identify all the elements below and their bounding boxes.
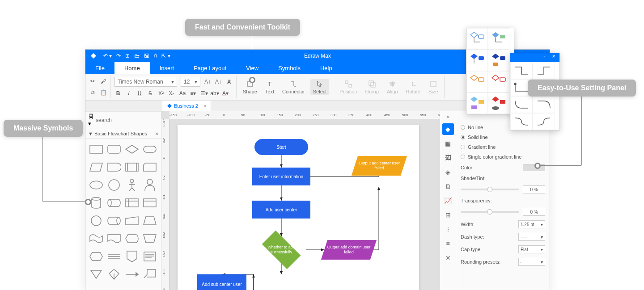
node-out-center[interactable]: Output add center user failed: [355, 156, 404, 176]
save-icon[interactable]: 🖫: [144, 53, 149, 59]
dash-select[interactable]: ──▾: [518, 233, 545, 241]
line-spacing-icon[interactable]: ≡▾: [190, 90, 197, 97]
cap-select[interactable]: Flat▾: [518, 245, 545, 253]
list-icon[interactable]: ☰▾: [200, 90, 208, 97]
shape-preparation[interactable]: [87, 248, 105, 265]
shape-subprocess[interactable]: [123, 158, 141, 176]
rotate-button[interactable]: Rotate: [403, 79, 423, 95]
text-button[interactable]: TText: [263, 79, 277, 95]
drawing-page[interactable]: Start Enter user information Add user ce…: [178, 125, 419, 290]
shape-card[interactable]: [141, 158, 159, 176]
copy-icon[interactable]: ⧉: [89, 89, 96, 96]
expand-rail-icon[interactable]: »: [440, 113, 456, 121]
node-start[interactable]: Start: [254, 139, 308, 155]
shape-cylinder-h[interactable]: [105, 212, 123, 230]
shape-disk[interactable]: [105, 194, 123, 212]
shape-delay[interactable]: [105, 158, 123, 176]
shape-user[interactable]: [141, 176, 159, 194]
shape-extract[interactable]: [105, 265, 123, 283]
font-color-icon[interactable]: A▾: [222, 90, 229, 97]
node-add-center[interactable]: Add user center: [252, 201, 310, 219]
close-section-icon[interactable]: ×: [156, 131, 158, 136]
superscript-icon[interactable]: X²: [157, 90, 165, 97]
decrease-font-icon[interactable]: A↓: [215, 78, 222, 85]
format-painter-icon[interactable]: 🖌: [100, 78, 107, 85]
opt-gradient-line[interactable]: Gradient line: [461, 144, 545, 150]
shape-palette[interactable]: [466, 28, 514, 114]
shape-predef[interactable]: [141, 194, 159, 212]
shape-note[interactable]: [141, 248, 159, 265]
print-icon[interactable]: ⎙: [154, 53, 157, 59]
rail-layers-icon[interactable]: ◈: [442, 166, 454, 178]
node-out-domain[interactable]: Output add domain user failed: [324, 240, 373, 260]
shape-process[interactable]: [87, 140, 105, 158]
rail-grid-icon[interactable]: ▦: [442, 138, 454, 149]
rail-table-icon[interactable]: ⊞: [442, 209, 454, 221]
transparency-slider[interactable]: [461, 211, 519, 213]
rounding-select[interactable]: ⌐▾: [518, 258, 545, 266]
shape-decision[interactable]: [123, 140, 141, 158]
menu-file[interactable]: File: [85, 62, 114, 74]
rail-chart-icon[interactable]: 📈: [442, 195, 454, 206]
font-name-select[interactable]: Times New Roman▾: [114, 77, 177, 87]
highlight-icon[interactable]: ab▾: [211, 90, 218, 97]
shape-manual[interactable]: [123, 212, 141, 230]
node-enter-info[interactable]: Enter user information: [252, 168, 310, 185]
size-button[interactable]: Size: [426, 79, 441, 95]
undo-icon[interactable]: ↶ ▾: [103, 53, 112, 59]
cut-icon[interactable]: ✂: [89, 78, 96, 85]
shape-document[interactable]: [105, 230, 123, 248]
bold-icon[interactable]: B: [114, 90, 122, 97]
rail-distribute-icon[interactable]: ⫶: [442, 223, 454, 235]
node-add-sub[interactable]: Add sub center user: [197, 274, 246, 290]
menu-symbols[interactable]: Symbols: [268, 62, 310, 74]
redo-icon[interactable]: ↷: [116, 53, 121, 59]
paste-icon[interactable]: 📋: [100, 89, 107, 96]
node-decision[interactable]: Whether to add successfully: [257, 236, 306, 263]
increase-font-icon[interactable]: A↑: [204, 78, 211, 85]
transparency-value[interactable]: 0 %: [523, 208, 545, 216]
rail-fill-icon[interactable]: ◆: [442, 123, 454, 135]
shade-slider[interactable]: [461, 189, 519, 190]
menu-help[interactable]: Help: [310, 62, 342, 74]
shape-annotation[interactable]: [141, 265, 159, 283]
palette-close-icon[interactable]: ×: [550, 53, 558, 62]
position-button[interactable]: Position: [337, 79, 360, 95]
menu-home[interactable]: Home: [114, 62, 150, 74]
shape-actor[interactable]: [123, 176, 141, 194]
shape-lines[interactable]: [105, 248, 123, 265]
document-tab[interactable]: Business 2 ×: [162, 101, 211, 111]
rail-page-icon[interactable]: 🗎: [442, 181, 454, 192]
shape-trapezoid[interactable]: [141, 212, 159, 230]
shape-manual-input[interactable]: [141, 230, 159, 248]
close-tab-icon[interactable]: ×: [203, 103, 206, 109]
shape-merge[interactable]: [87, 265, 105, 283]
shade-value[interactable]: 0 %: [523, 185, 545, 193]
shape-data[interactable]: [87, 158, 105, 176]
export-icon[interactable]: ⇱ ▾: [161, 53, 170, 59]
shape-rounded[interactable]: [105, 140, 123, 158]
align-button[interactable]: Align: [384, 79, 400, 95]
underline-icon[interactable]: U: [136, 90, 143, 97]
palette-min-icon[interactable]: ▫: [540, 53, 548, 62]
open-icon[interactable]: 🗁: [134, 53, 140, 59]
menu-page-layout[interactable]: Page Layout: [184, 62, 236, 74]
width-select[interactable]: 1.25 pt▾: [518, 220, 545, 228]
opt-single-color[interactable]: Single color gradient line: [461, 154, 545, 160]
shape-display2[interactable]: [123, 230, 141, 248]
shape-offpage[interactable]: [123, 248, 141, 265]
connector-button[interactable]: Connector: [280, 79, 308, 95]
strikethrough-icon[interactable]: S̶: [147, 90, 154, 97]
shape-internal[interactable]: [123, 194, 141, 212]
select-button[interactable]: Select: [310, 79, 330, 95]
shape-arrow[interactable]: [123, 265, 141, 283]
menu-view[interactable]: View: [236, 62, 268, 74]
shape-ellipse[interactable]: [87, 176, 105, 194]
shape-connector-circle[interactable]: [87, 212, 105, 230]
clear-format-icon[interactable]: A̷: [225, 78, 233, 85]
opt-solid-line[interactable]: Solid line: [461, 134, 545, 140]
new-icon[interactable]: ⊞: [125, 53, 130, 59]
canvas[interactable]: -150-100-5005010015020025030035040045050…: [161, 111, 440, 290]
shape-circle[interactable]: [105, 176, 123, 194]
italic-icon[interactable]: I: [125, 90, 132, 97]
